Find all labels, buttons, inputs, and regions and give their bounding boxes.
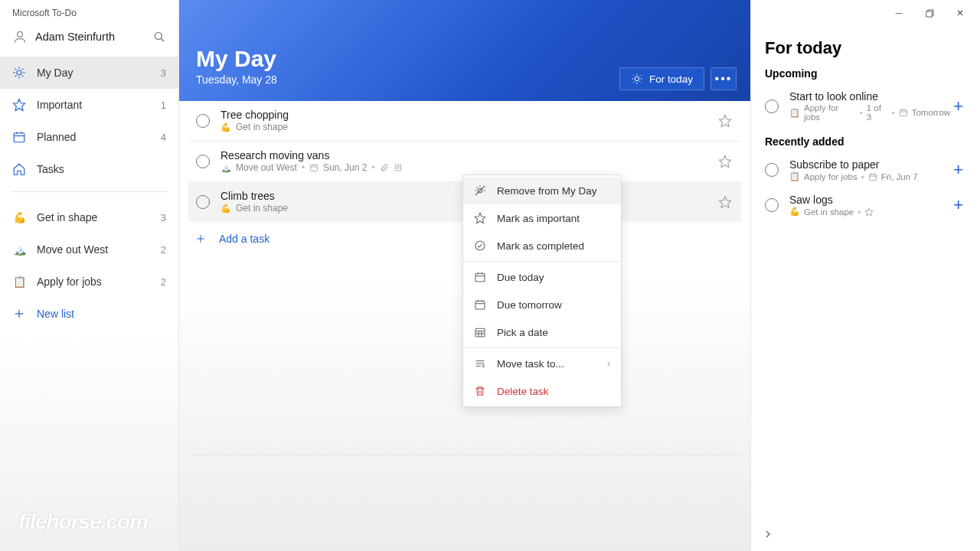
sun-icon — [12, 66, 26, 80]
user-icon — [12, 29, 28, 44]
collapse-panel-button[interactable] — [762, 528, 774, 540]
sidebar-list-move-out-west[interactable]: 🏔️Move out West2 — [0, 233, 178, 266]
chevron-right-icon: › — [607, 358, 610, 369]
svg-rect-33 — [395, 165, 400, 171]
suggestion-date: Fri, Jun 7 — [881, 172, 918, 181]
add-suggestion-button[interactable]: + — [950, 96, 966, 116]
svg-rect-52 — [475, 301, 485, 309]
task-row[interactable]: Tree chopping💪Get in shape — [188, 101, 741, 141]
minimize-button[interactable]: ─ — [884, 3, 914, 23]
sparkle-icon — [631, 73, 643, 85]
app-title: Microsoft To-Do — [0, 0, 178, 23]
close-button[interactable]: ✕ — [945, 3, 975, 23]
star-icon[interactable] — [718, 155, 732, 168]
new-list-button[interactable]: New list — [0, 298, 178, 330]
menu-item-mark-as-important[interactable]: Mark as important — [463, 204, 621, 232]
user-name: Adam Steinfurth — [35, 31, 152, 43]
sun-remove-icon — [474, 184, 486, 197]
svg-point-3 — [17, 70, 21, 75]
sidebar-item-important[interactable]: Important1 — [0, 89, 178, 121]
search-icon[interactable] — [152, 30, 166, 44]
svg-line-9 — [22, 76, 24, 77]
menu-item-delete-task[interactable]: Delete task — [463, 377, 621, 405]
sidebar-item-planned[interactable]: Planned4 — [0, 121, 178, 153]
calendar-icon — [868, 172, 877, 181]
suggestion-list-label: Get in shape — [804, 207, 854, 217]
task-list-label: Get in shape — [236, 122, 288, 132]
list-emoji-icon: 🏔️ — [220, 163, 231, 173]
sidebar-item-tasks[interactable]: Tasks — [0, 153, 178, 185]
task-list-divider — [188, 455, 741, 455]
add-task-label: Add a task — [219, 233, 270, 245]
calendar-icon — [309, 163, 318, 172]
more-button[interactable]: ••• — [710, 67, 737, 90]
maximize-button[interactable] — [914, 3, 945, 23]
nav-custom-lists: 💪Get in shape3🏔️Move out West2📋Apply for… — [0, 201, 178, 298]
svg-line-44 — [476, 187, 477, 187]
sidebar-item-count: 3 — [161, 212, 166, 223]
svg-rect-67 — [900, 110, 906, 116]
for-today-button[interactable]: For today — [619, 67, 704, 90]
star-icon — [474, 212, 486, 224]
suggestion-item[interactable]: Subscribe to paper📋Apply for jobs•Fri, J… — [765, 152, 966, 187]
task-list-label: Move out West — [236, 162, 297, 173]
menu-item-due-today[interactable]: Due today — [463, 263, 621, 291]
star-icon — [864, 207, 874, 217]
svg-point-1 — [155, 32, 162, 39]
calendar-icon — [474, 298, 486, 311]
add-suggestion-button[interactable]: + — [950, 160, 966, 180]
complete-checkbox[interactable] — [765, 163, 779, 177]
svg-line-10 — [15, 76, 17, 77]
svg-rect-56 — [475, 328, 485, 337]
svg-marker-12 — [14, 99, 25, 111]
sidebar-item-label: Get in shape — [37, 211, 97, 223]
complete-checkbox[interactable] — [196, 114, 210, 128]
star-icon[interactable] — [718, 195, 732, 209]
sidebar-item-count: 4 — [161, 132, 166, 143]
list-emoji-icon: 💪 — [220, 122, 231, 132]
menu-item-mark-as-completed[interactable]: Mark as completed — [463, 232, 621, 259]
menu-item-due-tomorrow[interactable]: Due tomorrow — [463, 291, 621, 318]
watermark: filehorse.com — [18, 510, 148, 534]
menu-item-pick-a-date[interactable]: Pick a date — [463, 318, 621, 346]
suggestion-item[interactable]: Saw logs💪Get in shape•+ — [765, 187, 966, 223]
menu-item-remove-from-my-day[interactable]: Remove from My Day — [463, 177, 621, 204]
svg-marker-28 — [720, 115, 731, 126]
panel-section-heading: Recently added — [765, 135, 966, 148]
calendar-icon — [474, 271, 486, 283]
sidebar-item-count: 2 — [161, 276, 166, 288]
menu-item-label: Pick a date — [497, 327, 548, 338]
star-icon[interactable] — [718, 114, 732, 128]
svg-rect-48 — [475, 273, 485, 282]
task-title: Tree chopping — [220, 109, 718, 121]
task-title: Research moving vans — [220, 149, 718, 161]
list-emoji-icon: 📋 — [789, 108, 800, 118]
move-icon — [474, 357, 486, 370]
complete-checkbox[interactable] — [765, 198, 779, 212]
user-row[interactable]: Adam Steinfurth — [0, 23, 178, 54]
svg-line-8 — [15, 69, 17, 70]
complete-checkbox[interactable] — [196, 195, 210, 209]
suggestion-title: Subscribe to paper — [789, 158, 950, 171]
complete-checkbox[interactable] — [196, 155, 210, 168]
task-due-date: Sun, Jun 2 — [323, 162, 367, 173]
sidebar-list-get-in-shape[interactable]: 💪Get in shape3 — [0, 201, 178, 233]
menu-item-label: Remove from My Day — [497, 185, 597, 197]
nav-smart-lists: My Day3Important1Planned4Tasks — [0, 57, 178, 185]
star-icon — [12, 98, 26, 112]
add-suggestion-button[interactable]: + — [950, 195, 966, 215]
sidebar-item-label: Tasks — [37, 163, 64, 175]
task-list-label: Get in shape — [236, 203, 288, 214]
sidebar-item-count: 2 — [161, 244, 166, 256]
svg-rect-66 — [926, 11, 931, 16]
complete-checkbox[interactable] — [765, 99, 779, 113]
suggestion-item[interactable]: Start to look online📋Apply for jobs•1 of… — [765, 84, 966, 128]
sidebar-item-count: 3 — [161, 67, 166, 79]
suggestion-date: Tomorrow — [912, 108, 950, 117]
svg-rect-29 — [311, 165, 318, 171]
menu-item-move-task-to[interactable]: Move task to...› — [463, 350, 621, 377]
svg-line-2 — [161, 38, 164, 41]
svg-point-19 — [635, 77, 639, 80]
sidebar-item-my-day[interactable]: My Day3 — [0, 57, 178, 89]
sidebar-list-apply-for-jobs[interactable]: 📋Apply for jobs2 — [0, 266, 178, 298]
